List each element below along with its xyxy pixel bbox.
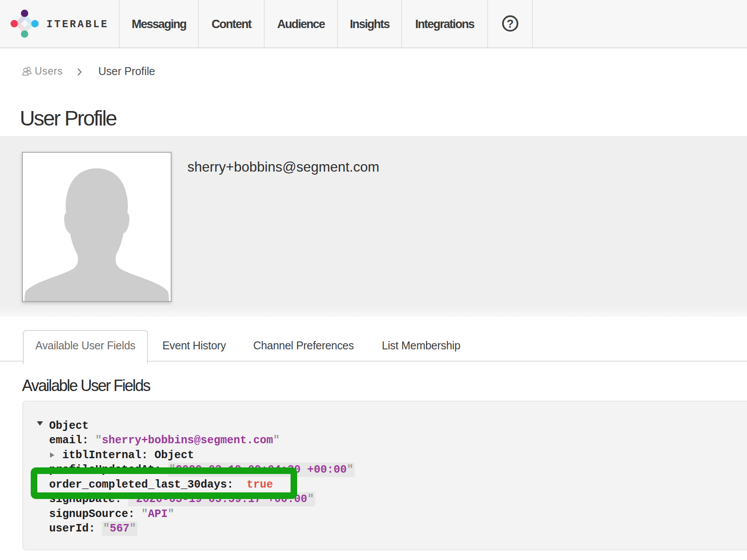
svg-text:?: ? xyxy=(506,17,514,30)
